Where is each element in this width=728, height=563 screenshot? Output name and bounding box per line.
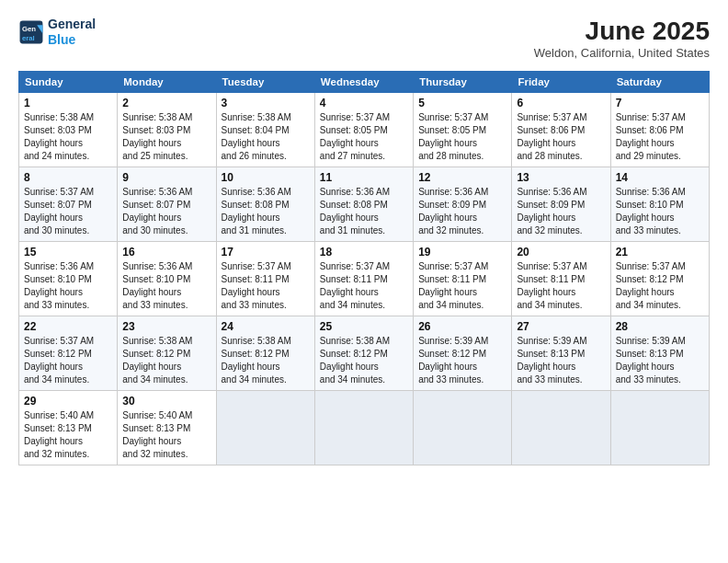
calendar-cell: 7 Sunrise: 5:37 AM Sunset: 8:06 PM Dayli… bbox=[610, 93, 709, 167]
day-info: Sunrise: 5:38 AM Sunset: 8:04 PM Dayligh… bbox=[222, 111, 310, 163]
logo-icon: Gen eral bbox=[18, 19, 44, 45]
day-info: Sunrise: 5:39 AM Sunset: 8:13 PM Dayligh… bbox=[517, 335, 605, 386]
calendar-cell: 1 Sunrise: 5:38 AM Sunset: 8:03 PM Dayli… bbox=[19, 93, 118, 167]
day-info: Sunrise: 5:38 AM Sunset: 8:12 PM Dayligh… bbox=[320, 335, 408, 386]
day-number: 12 bbox=[418, 171, 506, 184]
day-number: 16 bbox=[122, 246, 210, 259]
month-title: June 2025 bbox=[534, 17, 710, 46]
day-info: Sunrise: 5:37 AM Sunset: 8:11 PM Dayligh… bbox=[320, 260, 408, 312]
calendar-cell bbox=[314, 391, 413, 465]
day-info: Sunrise: 5:38 AM Sunset: 8:03 PM Dayligh… bbox=[24, 111, 112, 163]
calendar-cell: 11 Sunrise: 5:36 AM Sunset: 8:08 PM Dayl… bbox=[314, 167, 413, 242]
calendar-cell: 5 Sunrise: 5:37 AM Sunset: 8:05 PM Dayli… bbox=[414, 93, 512, 167]
calendar-cell bbox=[512, 391, 610, 465]
calendar-cell: 24 Sunrise: 5:38 AM Sunset: 8:12 PM Dayl… bbox=[216, 316, 314, 391]
calendar-cell: 21 Sunrise: 5:37 AM Sunset: 8:12 PM Dayl… bbox=[610, 242, 709, 316]
svg-text:Gen: Gen bbox=[22, 25, 36, 33]
day-info: Sunrise: 5:38 AM Sunset: 8:12 PM Dayligh… bbox=[222, 335, 310, 386]
col-header-monday: Monday bbox=[118, 72, 216, 93]
calendar-cell bbox=[216, 391, 314, 465]
day-number: 30 bbox=[122, 395, 210, 408]
day-info: Sunrise: 5:37 AM Sunset: 8:06 PM Dayligh… bbox=[616, 111, 704, 163]
calendar-cell: 26 Sunrise: 5:39 AM Sunset: 8:12 PM Dayl… bbox=[414, 316, 512, 391]
calendar-cell: 12 Sunrise: 5:36 AM Sunset: 8:09 PM Dayl… bbox=[414, 167, 512, 242]
day-number: 29 bbox=[24, 395, 112, 408]
col-header-friday: Friday bbox=[512, 72, 610, 93]
day-number: 20 bbox=[517, 246, 605, 259]
day-info: Sunrise: 5:39 AM Sunset: 8:13 PM Dayligh… bbox=[616, 335, 704, 386]
day-info: Sunrise: 5:37 AM Sunset: 8:06 PM Dayligh… bbox=[517, 111, 605, 163]
calendar-cell: 9 Sunrise: 5:36 AM Sunset: 8:07 PM Dayli… bbox=[118, 167, 216, 242]
calendar-week-4: 22 Sunrise: 5:37 AM Sunset: 8:12 PM Dayl… bbox=[19, 316, 710, 391]
day-info: Sunrise: 5:36 AM Sunset: 8:10 PM Dayligh… bbox=[616, 186, 704, 237]
calendar-cell: 10 Sunrise: 5:36 AM Sunset: 8:08 PM Dayl… bbox=[216, 167, 314, 242]
day-number: 2 bbox=[122, 97, 210, 109]
day-number: 26 bbox=[418, 320, 506, 333]
calendar-cell: 13 Sunrise: 5:36 AM Sunset: 8:09 PM Dayl… bbox=[512, 167, 610, 242]
day-info: Sunrise: 5:37 AM Sunset: 8:12 PM Dayligh… bbox=[24, 335, 112, 386]
day-info: Sunrise: 5:36 AM Sunset: 8:10 PM Dayligh… bbox=[24, 260, 112, 312]
calendar-header-row: SundayMondayTuesdayWednesdayThursdayFrid… bbox=[19, 72, 710, 93]
day-number: 14 bbox=[616, 171, 704, 184]
day-number: 3 bbox=[222, 97, 310, 109]
day-number: 15 bbox=[24, 246, 112, 259]
day-number: 9 bbox=[122, 171, 210, 184]
calendar-cell: 28 Sunrise: 5:39 AM Sunset: 8:13 PM Dayl… bbox=[610, 316, 709, 391]
day-info: Sunrise: 5:37 AM Sunset: 8:05 PM Dayligh… bbox=[320, 111, 408, 163]
day-number: 24 bbox=[222, 320, 310, 333]
day-number: 23 bbox=[122, 320, 210, 333]
calendar-cell: 6 Sunrise: 5:37 AM Sunset: 8:06 PM Dayli… bbox=[512, 93, 610, 167]
calendar-week-5: 29 Sunrise: 5:40 AM Sunset: 8:13 PM Dayl… bbox=[19, 391, 710, 465]
logo-text: General Blue bbox=[48, 17, 96, 48]
col-header-wednesday: Wednesday bbox=[314, 72, 413, 93]
logo: Gen eral General Blue bbox=[18, 17, 96, 48]
day-info: Sunrise: 5:36 AM Sunset: 8:10 PM Dayligh… bbox=[122, 260, 210, 312]
day-info: Sunrise: 5:37 AM Sunset: 8:05 PM Dayligh… bbox=[418, 111, 506, 163]
calendar: SundayMondayTuesdayWednesdayThursdayFrid… bbox=[18, 71, 710, 465]
calendar-cell: 17 Sunrise: 5:37 AM Sunset: 8:11 PM Dayl… bbox=[216, 242, 314, 316]
day-number: 6 bbox=[517, 97, 605, 109]
col-header-thursday: Thursday bbox=[414, 72, 512, 93]
calendar-cell bbox=[414, 391, 512, 465]
day-info: Sunrise: 5:38 AM Sunset: 8:03 PM Dayligh… bbox=[122, 111, 210, 163]
day-info: Sunrise: 5:36 AM Sunset: 8:08 PM Dayligh… bbox=[222, 186, 310, 237]
calendar-cell: 20 Sunrise: 5:37 AM Sunset: 8:11 PM Dayl… bbox=[512, 242, 610, 316]
col-header-saturday: Saturday bbox=[610, 72, 709, 93]
calendar-cell: 29 Sunrise: 5:40 AM Sunset: 8:13 PM Dayl… bbox=[19, 391, 118, 465]
calendar-cell: 15 Sunrise: 5:36 AM Sunset: 8:10 PM Dayl… bbox=[19, 242, 118, 316]
day-number: 19 bbox=[418, 246, 506, 259]
calendar-cell bbox=[610, 391, 709, 465]
day-number: 1 bbox=[24, 97, 112, 109]
calendar-cell: 16 Sunrise: 5:36 AM Sunset: 8:10 PM Dayl… bbox=[118, 242, 216, 316]
location: Weldon, California, United States bbox=[534, 46, 710, 60]
day-number: 13 bbox=[517, 171, 605, 184]
calendar-cell: 3 Sunrise: 5:38 AM Sunset: 8:04 PM Dayli… bbox=[216, 93, 314, 167]
col-header-sunday: Sunday bbox=[19, 72, 118, 93]
day-info: Sunrise: 5:40 AM Sunset: 8:13 PM Dayligh… bbox=[24, 409, 112, 461]
day-info: Sunrise: 5:37 AM Sunset: 8:12 PM Dayligh… bbox=[616, 260, 704, 312]
day-info: Sunrise: 5:37 AM Sunset: 8:11 PM Dayligh… bbox=[222, 260, 310, 312]
title-block: June 2025 Weldon, California, United Sta… bbox=[534, 17, 710, 60]
day-number: 25 bbox=[320, 320, 408, 333]
day-number: 21 bbox=[616, 246, 704, 259]
calendar-week-2: 8 Sunrise: 5:37 AM Sunset: 8:07 PM Dayli… bbox=[19, 167, 710, 242]
calendar-cell: 18 Sunrise: 5:37 AM Sunset: 8:11 PM Dayl… bbox=[314, 242, 413, 316]
day-info: Sunrise: 5:36 AM Sunset: 8:09 PM Dayligh… bbox=[517, 186, 605, 237]
day-info: Sunrise: 5:38 AM Sunset: 8:12 PM Dayligh… bbox=[122, 335, 210, 386]
day-number: 28 bbox=[616, 320, 704, 333]
calendar-cell: 4 Sunrise: 5:37 AM Sunset: 8:05 PM Dayli… bbox=[314, 93, 413, 167]
day-number: 17 bbox=[222, 246, 310, 259]
calendar-cell: 14 Sunrise: 5:36 AM Sunset: 8:10 PM Dayl… bbox=[610, 167, 709, 242]
day-info: Sunrise: 5:39 AM Sunset: 8:12 PM Dayligh… bbox=[418, 335, 506, 386]
calendar-cell: 27 Sunrise: 5:39 AM Sunset: 8:13 PM Dayl… bbox=[512, 316, 610, 391]
calendar-cell: 2 Sunrise: 5:38 AM Sunset: 8:03 PM Dayli… bbox=[118, 93, 216, 167]
day-number: 22 bbox=[24, 320, 112, 333]
day-info: Sunrise: 5:36 AM Sunset: 8:08 PM Dayligh… bbox=[320, 186, 408, 237]
day-number: 8 bbox=[24, 171, 112, 184]
calendar-week-1: 1 Sunrise: 5:38 AM Sunset: 8:03 PM Dayli… bbox=[19, 93, 710, 167]
day-info: Sunrise: 5:37 AM Sunset: 8:07 PM Dayligh… bbox=[24, 186, 112, 237]
calendar-cell: 25 Sunrise: 5:38 AM Sunset: 8:12 PM Dayl… bbox=[314, 316, 413, 391]
calendar-cell: 8 Sunrise: 5:37 AM Sunset: 8:07 PM Dayli… bbox=[19, 167, 118, 242]
col-header-tuesday: Tuesday bbox=[216, 72, 314, 93]
day-info: Sunrise: 5:37 AM Sunset: 8:11 PM Dayligh… bbox=[517, 260, 605, 312]
